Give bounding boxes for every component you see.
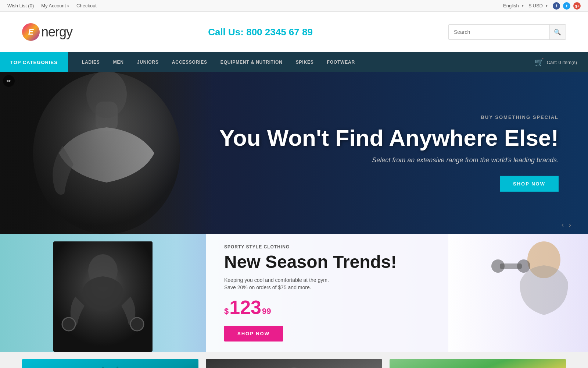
cart[interactable]: 🛒 Cart: 0 item(s)	[535, 58, 588, 67]
svg-point-11	[491, 259, 505, 273]
top-bar-right: English ▾ $ USD ▾ f t g+	[503, 2, 581, 10]
currency-dropdown-arrow: ▾	[546, 4, 548, 8]
promo-description: Keeping you cool and comfortable at the …	[224, 277, 397, 283]
svg-point-12	[517, 259, 530, 273]
search-icon: 🔍	[554, 29, 561, 36]
hero-next-arrow[interactable]: ›	[567, 220, 573, 230]
google-plus-icon[interactable]: g+	[573, 2, 581, 10]
main-navbar: TOP CATEGORIES LADIES MEN JUNIORS ACCESS…	[0, 52, 588, 72]
nav-link-spikes[interactable]: SPIKES	[289, 52, 320, 72]
myaccount-dropdown-arrow: ▾	[67, 4, 69, 8]
hero-navigation-arrows: ‹ ›	[559, 220, 573, 230]
search-bar: 🔍	[448, 24, 566, 40]
checkout-link[interactable]: Checkout	[76, 3, 97, 8]
lang-dropdown-arrow: ▾	[522, 4, 524, 8]
hero-prev-arrow[interactable]: ‹	[559, 220, 566, 230]
hero-athlete-image	[0, 72, 213, 234]
edit-icon[interactable]: ✏	[3, 75, 15, 87]
nav-link-footwear[interactable]: FOOTWEAR	[320, 52, 362, 72]
logo[interactable]: E nergy	[22, 23, 72, 41]
top-categories-btn[interactable]: TOP CATEGORIES	[0, 52, 68, 72]
promo-athlete-image	[0, 234, 206, 352]
promo-text-content: SPORTY STYLE CLOTHING New Season Trends!…	[224, 244, 397, 342]
language-selector[interactable]: English ▾	[503, 3, 524, 8]
product-image-2	[206, 359, 382, 368]
logo-icon: E	[22, 23, 40, 41]
promo-background-figure	[448, 234, 588, 352]
currency-selector[interactable]: $ USD ▾	[529, 3, 548, 8]
phone-number: 800 2345 67 89	[246, 26, 313, 38]
top-bar: Wish List (0) My Account ▾ Checkout Engl…	[0, 0, 588, 12]
search-button[interactable]: 🔍	[549, 25, 566, 39]
product-image-3	[390, 359, 566, 368]
svg-point-7	[130, 318, 144, 331]
logo-text: nergy	[41, 24, 72, 40]
cart-label: Cart: 0 item(s)	[547, 60, 577, 65]
cart-icon: 🛒	[535, 58, 544, 67]
call-us: Call Us: 800 2345 67 89	[208, 26, 313, 38]
nav-link-men[interactable]: MEN	[107, 52, 130, 72]
hero-title: You Won't Find Anywhere Else!	[219, 126, 559, 150]
promo-shop-now-button[interactable]: SHOP NOW	[224, 326, 283, 342]
hero-shop-now-button[interactable]: SHOP NOW	[500, 176, 559, 192]
nav-link-juniors[interactable]: JUNIORS	[130, 52, 165, 72]
promo-section: SPORTY STYLE CLOTHING New Season Trends!…	[0, 234, 588, 352]
product-card-2[interactable]	[206, 359, 382, 368]
promo-content-area: SPORTY STYLE CLOTHING New Season Trends!…	[206, 234, 588, 352]
product-grid: ON MY GEAR	[0, 352, 588, 368]
svg-rect-3	[0, 72, 213, 234]
social-icons: f t g+	[553, 2, 581, 10]
hero-banner: ✏	[0, 72, 588, 234]
facebook-icon[interactable]: f	[553, 2, 560, 10]
hero-subtitle: Select from an extensive range from the …	[219, 156, 559, 165]
myaccount-link[interactable]: My Account ▾	[41, 3, 69, 8]
twitter-icon[interactable]: t	[563, 2, 570, 10]
nav-link-accessories[interactable]: ACCESSORIES	[165, 52, 214, 72]
price-cents: 99	[262, 307, 271, 316]
promo-save-text: Save 20% on orders of $75 and more.	[224, 284, 397, 290]
price-amount: 123	[229, 298, 261, 317]
search-input[interactable]	[449, 25, 549, 39]
promo-label: SPORTY STYLE CLOTHING	[224, 244, 397, 250]
wishlist-link[interactable]: Wish List (0)	[7, 3, 34, 8]
hero-athlete-svg	[0, 72, 213, 234]
product-card-3[interactable]	[390, 359, 566, 368]
promo-title: New Season Trends!	[224, 252, 397, 272]
nav-links: LADIES MEN JUNIORS ACCESSORIES EQUIPMENT…	[68, 52, 535, 72]
nav-link-equipment[interactable]: EQUIPMENT & NUTRITION	[214, 52, 289, 72]
product-image-1: ON MY GEAR	[22, 359, 198, 368]
hero-content: BUY SOMETHING SPECIAL You Won't Find Any…	[219, 114, 559, 192]
product-card-1[interactable]: ON MY GEAR	[22, 359, 198, 368]
nav-link-ladies[interactable]: LADIES	[75, 52, 107, 72]
site-header: E nergy Call Us: 800 2345 67 89 🔍	[0, 12, 588, 52]
call-prefix: Call Us:	[208, 26, 246, 38]
svg-point-6	[62, 318, 75, 331]
top-bar-left: Wish List (0) My Account ▾ Checkout	[7, 3, 97, 8]
price-dollar: $	[224, 307, 229, 316]
promo-price: $ 123 99	[224, 298, 397, 317]
hero-label: BUY SOMETHING SPECIAL	[219, 114, 559, 120]
